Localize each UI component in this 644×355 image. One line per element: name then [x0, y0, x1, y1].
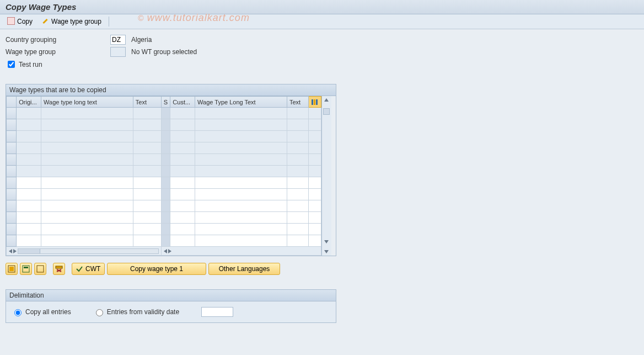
select-all-button[interactable] — [6, 263, 18, 275]
table-cell[interactable] — [17, 212, 41, 224]
table-row[interactable] — [7, 119, 321, 131]
table-cell[interactable] — [161, 212, 170, 224]
table-cell[interactable] — [170, 200, 195, 212]
vertical-scrollbar[interactable] — [321, 96, 331, 256]
table-cell[interactable] — [133, 177, 161, 189]
table-cell[interactable] — [195, 142, 287, 154]
table-cell[interactable] — [17, 200, 41, 212]
table-cell[interactable] — [41, 166, 133, 177]
row-selector[interactable] — [7, 131, 17, 142]
row-selector[interactable] — [7, 212, 17, 224]
table-cell[interactable] — [161, 189, 170, 200]
hscroll-left[interactable] — [7, 248, 161, 254]
table-cell[interactable] — [161, 224, 170, 235]
table-cell[interactable] — [161, 235, 170, 247]
row-selector[interactable] — [7, 142, 17, 154]
row-selector[interactable] — [7, 166, 17, 177]
test-run-checkbox[interactable] — [8, 61, 15, 68]
wage-type-group-input[interactable] — [110, 47, 126, 57]
table-cell[interactable] — [287, 235, 308, 247]
table-row[interactable] — [7, 235, 321, 247]
table-cell[interactable] — [170, 224, 195, 235]
row-selector[interactable] — [7, 177, 17, 189]
table-cell[interactable] — [17, 108, 41, 119]
table-cell[interactable] — [133, 212, 161, 224]
table-cell[interactable] — [161, 131, 170, 142]
table-cell[interactable] — [133, 154, 161, 166]
wage-type-group-button[interactable]: Wage type group — [37, 16, 105, 27]
table-cell[interactable] — [17, 119, 41, 131]
table-cell[interactable] — [287, 200, 308, 212]
table-cell[interactable] — [41, 212, 133, 224]
table-cell[interactable] — [195, 200, 287, 212]
table-cell[interactable] — [133, 108, 161, 119]
col-text-a[interactable]: Text — [133, 97, 161, 108]
col-longtext-a[interactable]: Wage type long text — [41, 97, 133, 108]
table-cell[interactable] — [161, 200, 170, 212]
copy-button[interactable]: Copy — [4, 16, 36, 27]
table-cell[interactable] — [17, 189, 41, 200]
select-block-button[interactable] — [20, 263, 32, 275]
row-selector[interactable] — [7, 119, 17, 131]
table-cell[interactable] — [41, 154, 133, 166]
table-cell[interactable] — [287, 177, 308, 189]
table-cell[interactable] — [195, 212, 287, 224]
row-selector[interactable] — [7, 200, 17, 212]
table-cell[interactable] — [41, 119, 133, 131]
table-cell[interactable] — [170, 108, 195, 119]
table-row[interactable] — [7, 224, 321, 235]
table-cell[interactable] — [170, 212, 195, 224]
table-cell[interactable] — [170, 235, 195, 247]
col-cust[interactable]: Cust... — [170, 97, 195, 108]
table-cell[interactable] — [195, 131, 287, 142]
table-cell[interactable] — [287, 142, 308, 154]
col-longtext-b[interactable]: Wage Type Long Text — [195, 97, 287, 108]
copy-wage-type-1-button[interactable]: Copy wage type 1 — [107, 263, 206, 275]
table-row[interactable] — [7, 177, 321, 189]
table-cell[interactable] — [41, 189, 133, 200]
col-origi[interactable]: Origi... — [17, 97, 41, 108]
table-cell[interactable] — [41, 200, 133, 212]
table-cell[interactable] — [17, 131, 41, 142]
table-cell[interactable] — [41, 142, 133, 154]
table-cell[interactable] — [17, 177, 41, 189]
scroll-thumb[interactable] — [323, 108, 330, 115]
table-row[interactable] — [7, 108, 321, 119]
table-cell[interactable] — [287, 189, 308, 200]
table-row[interactable] — [7, 200, 321, 212]
table-cell[interactable] — [133, 224, 161, 235]
table-cell[interactable] — [17, 224, 41, 235]
table-cell[interactable] — [133, 142, 161, 154]
table-cell[interactable] — [17, 166, 41, 177]
table-row[interactable] — [7, 131, 321, 142]
table-cell[interactable] — [17, 142, 41, 154]
table-row[interactable] — [7, 166, 321, 177]
delete-row-button[interactable] — [53, 263, 65, 275]
table-cell[interactable] — [195, 177, 287, 189]
table-cell[interactable] — [287, 119, 308, 131]
table-cell[interactable] — [41, 131, 133, 142]
table-cell[interactable] — [41, 177, 133, 189]
copy-all-option[interactable]: Copy all entries — [12, 308, 71, 316]
table-cell[interactable] — [170, 119, 195, 131]
row-selector[interactable] — [7, 154, 17, 166]
table-cell[interactable] — [41, 108, 133, 119]
table-cell[interactable] — [170, 154, 195, 166]
table-cell[interactable] — [195, 166, 287, 177]
col-s[interactable]: S — [161, 97, 170, 108]
table-cell[interactable] — [170, 189, 195, 200]
validity-date-input[interactable] — [201, 307, 233, 317]
table-cell[interactable] — [287, 212, 308, 224]
table-cell[interactable] — [195, 154, 287, 166]
entries-from-option[interactable]: Entries from validity date — [93, 308, 179, 316]
table-cell[interactable] — [195, 224, 287, 235]
table-cell[interactable] — [287, 166, 308, 177]
table-cell[interactable] — [287, 108, 308, 119]
table-cell[interactable] — [41, 224, 133, 235]
table-cell[interactable] — [161, 119, 170, 131]
table-row[interactable] — [7, 212, 321, 224]
row-selector[interactable] — [7, 235, 17, 247]
other-languages-button[interactable]: Other Languages — [208, 263, 280, 275]
entries-from-radio[interactable] — [96, 309, 103, 316]
hscroll-right[interactable] — [162, 249, 321, 253]
